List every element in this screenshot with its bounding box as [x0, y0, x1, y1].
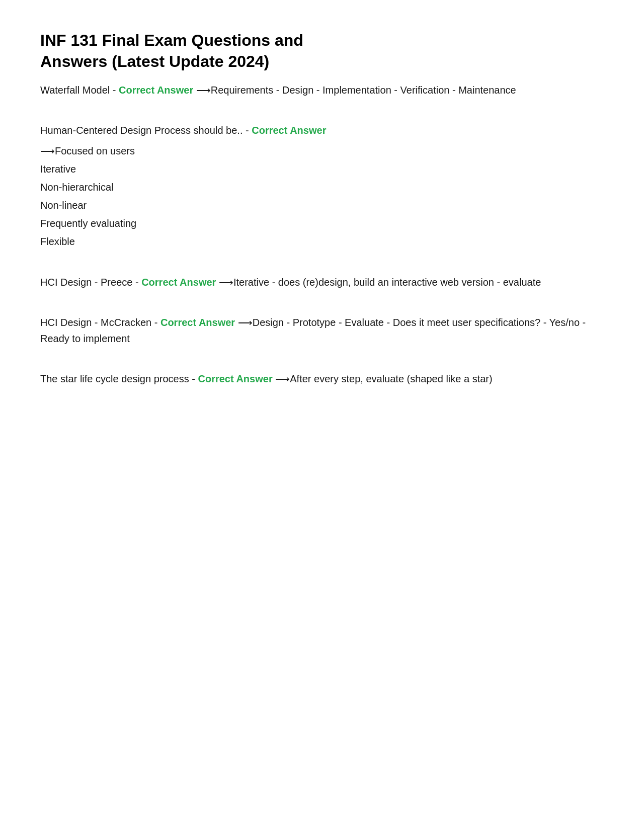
- answer-text-1: Requirements - Design - Implementation -…: [211, 85, 516, 96]
- page-title-line1: INF 131 Final Exam Questions and: [40, 31, 303, 49]
- question-text-1: Waterfall Model - Correct Answer ⟶Requir…: [40, 82, 604, 98]
- question-text-3: HCI Design - Preece - Correct Answer ⟶It…: [40, 274, 604, 290]
- question-text-2: Human-Centered Design Process should be.…: [40, 122, 604, 138]
- correct-answer-label-3: Correct Answer: [141, 277, 216, 288]
- question-prefix-5: The star life cycle design process -: [40, 373, 198, 384]
- correct-answer-label-1: Correct Answer: [119, 85, 193, 96]
- question-block-3: HCI Design - Preece - Correct Answer ⟶It…: [40, 274, 604, 290]
- list-item: Non-linear: [40, 197, 604, 214]
- list-item: ⟶Focused on users: [40, 142, 604, 159]
- question-prefix-3: HCI Design - Preece -: [40, 277, 141, 288]
- question-text-5: The star life cycle design process - Cor…: [40, 371, 604, 387]
- answer-arrow-3: ⟶: [219, 277, 233, 288]
- answer-arrow-4: ⟶: [238, 317, 253, 328]
- list-item: Non-hierarchical: [40, 179, 604, 196]
- correct-answer-label-2: Correct Answer: [252, 125, 326, 136]
- question-prefix-2: Human-Centered Design Process should be.…: [40, 125, 252, 136]
- page-title-line2: Answers (Latest Update 2024): [40, 52, 269, 70]
- question-prefix-4: HCI Design - McCracken -: [40, 317, 160, 328]
- answer-arrow-1: ⟶: [196, 85, 211, 96]
- question-prefix-1: Waterfall Model -: [40, 85, 119, 96]
- answer-text-3: Iterative - does (re)design, build an in…: [233, 277, 541, 288]
- question-text-4: HCI Design - McCracken - Correct Answer …: [40, 314, 604, 347]
- page-title: INF 131 Final Exam Questions and Answers…: [40, 30, 604, 72]
- answer-list-2: ⟶Focused on users Iterative Non-hierarch…: [40, 142, 604, 250]
- question-block-4: HCI Design - McCracken - Correct Answer …: [40, 314, 604, 347]
- question-block-1: Waterfall Model - Correct Answer ⟶Requir…: [40, 82, 604, 98]
- question-block-5: The star life cycle design process - Cor…: [40, 371, 604, 387]
- answer-arrow-5: ⟶: [275, 373, 290, 384]
- list-item: Flexible: [40, 233, 604, 250]
- list-item: Frequently evaluating: [40, 215, 604, 232]
- list-item: Iterative: [40, 160, 604, 178]
- correct-answer-label-4: Correct Answer: [160, 317, 235, 328]
- answer-text-5: After every step, evaluate (shaped like …: [290, 373, 492, 384]
- question-block-2: Human-Centered Design Process should be.…: [40, 122, 604, 250]
- correct-answer-label-5: Correct Answer: [198, 373, 272, 384]
